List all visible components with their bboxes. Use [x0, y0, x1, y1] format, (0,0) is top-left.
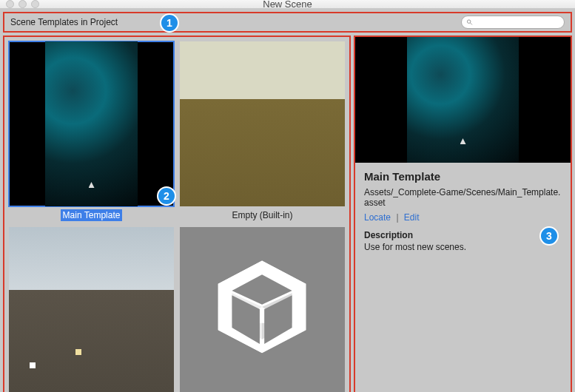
template-details-panel: Main Template Assets/_Complete-Game/Scen…: [354, 36, 572, 392]
description-text: Use for most new scenes.: [364, 242, 562, 252]
window-titlebar: New Scene: [0, 0, 575, 9]
search-input[interactable]: [475, 18, 559, 27]
details-links: Locate | Edit: [364, 212, 562, 223]
edit-link[interactable]: Edit: [404, 212, 420, 223]
search-section: Scene Templates in Project 1: [3, 12, 572, 33]
description-heading: Description: [364, 230, 562, 240]
template-tile[interactable]: [180, 227, 345, 392]
search-icon: [466, 18, 473, 26]
template-thumbnail: [180, 41, 345, 206]
locate-link[interactable]: Locate: [364, 212, 391, 223]
details-asset-path: Assets/_Complete-Game/Scenes/Main_Templa…: [364, 187, 562, 208]
pin-icon[interactable]: [160, 192, 170, 203]
details-preview: [355, 37, 571, 163]
template-tile[interactable]: [9, 227, 174, 392]
templates-scroll[interactable]: Main Template Empty (Built-in): [4, 37, 349, 392]
callout-1: 1: [160, 13, 179, 33]
svg-point-0: [467, 20, 471, 24]
svg-line-1: [471, 23, 472, 24]
template-thumbnail: [9, 227, 174, 392]
minimize-icon[interactable]: [19, 0, 27, 8]
close-icon[interactable]: [6, 0, 14, 8]
search-section-label: Scene Templates in Project: [10, 17, 118, 27]
template-tile[interactable]: Empty (Built-in): [180, 41, 345, 221]
template-label: Empty (Built-in): [229, 209, 295, 221]
template-label: Main Template: [61, 209, 123, 221]
new-scene-dialog: New Scene Scene Templates in Project 1: [0, 0, 575, 392]
template-thumbnail: [180, 227, 345, 392]
details-title: Main Template: [364, 170, 562, 183]
window-traffic-lights: [6, 0, 39, 8]
unity-logo-icon: [204, 251, 320, 367]
template-tile[interactable]: Main Template: [9, 41, 174, 221]
search-box[interactable]: [461, 16, 565, 29]
zoom-icon[interactable]: [31, 0, 39, 8]
template-thumbnail: [9, 41, 174, 206]
templates-grid-panel: Main Template Empty (Built-in): [3, 36, 351, 392]
